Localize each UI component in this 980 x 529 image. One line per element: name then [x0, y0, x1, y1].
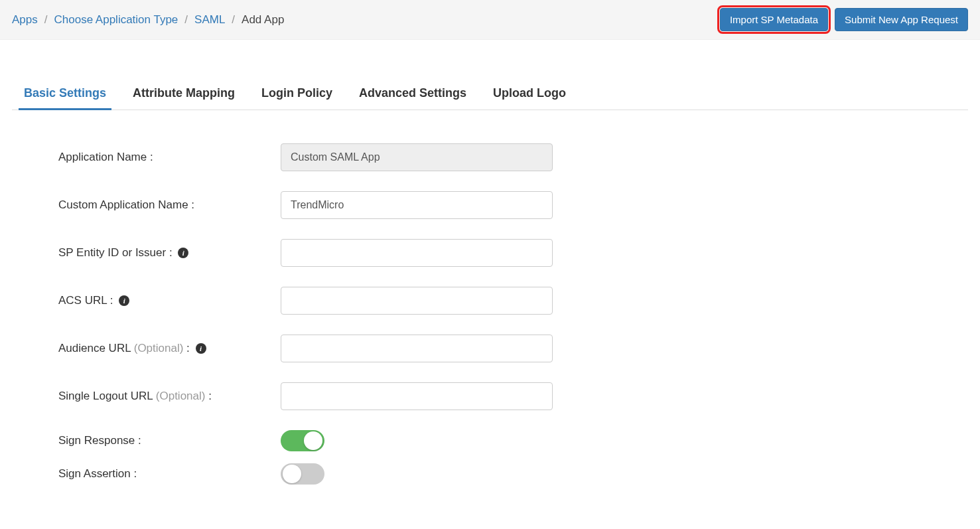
row-custom-app-name: Custom Application Name :: [58, 191, 662, 219]
row-sign-response: Sign Response :: [58, 430, 662, 451]
row-slo-url: Single Logout URL (Optional) :: [58, 382, 662, 410]
input-audience-url[interactable]: [281, 335, 553, 362]
input-application-name: [281, 143, 553, 171]
label-acs-url: ACS URL : i: [58, 294, 281, 307]
breadcrumb: Apps / Choose Application Type / SAML / …: [12, 13, 284, 27]
label-application-name: Application Name :: [58, 151, 281, 164]
label-sign-response: Sign Response :: [58, 434, 281, 447]
tab-basic-settings[interactable]: Basic Settings: [24, 80, 106, 110]
import-sp-metadata-button[interactable]: Import SP Metadata: [720, 8, 828, 31]
info-icon[interactable]: i: [178, 248, 188, 258]
row-sp-entity-id: SP Entity ID or Issuer : i: [58, 239, 662, 267]
toggle-sign-response[interactable]: [281, 430, 324, 451]
input-sp-entity-id[interactable]: [281, 239, 553, 267]
row-sign-assertion: Sign Assertion :: [58, 463, 662, 485]
toggle-sign-assertion[interactable]: [281, 463, 324, 485]
info-icon[interactable]: i: [119, 295, 129, 306]
breadcrumb-separator: /: [182, 13, 190, 27]
label-slo-url: Single Logout URL (Optional) :: [58, 390, 281, 403]
input-slo-url[interactable]: [281, 382, 553, 410]
toggle-knob: [304, 431, 322, 450]
topbar: Apps / Choose Application Type / SAML / …: [0, 0, 980, 40]
submit-new-app-request-button[interactable]: Submit New App Request: [835, 8, 968, 31]
tab-advanced-settings[interactable]: Advanced Settings: [359, 80, 466, 110]
toggle-knob: [283, 465, 301, 483]
label-sp-entity-id: SP Entity ID or Issuer : i: [58, 246, 281, 260]
breadcrumb-choose-app-type[interactable]: Choose Application Type: [54, 13, 178, 27]
row-audience-url: Audience URL (Optional) : i: [58, 335, 662, 362]
breadcrumb-separator: /: [42, 13, 50, 27]
top-actions: Import SP Metadata Submit New App Reques…: [720, 8, 968, 31]
label-audience-url: Audience URL (Optional) : i: [58, 342, 281, 355]
content: Basic Settings Attribute Mapping Login P…: [0, 40, 980, 529]
row-application-name: Application Name :: [58, 143, 662, 171]
breadcrumb-separator: /: [229, 13, 238, 27]
tabs: Basic Settings Attribute Mapping Login P…: [12, 80, 968, 110]
input-custom-app-name[interactable]: [281, 191, 553, 219]
info-icon[interactable]: i: [196, 343, 206, 354]
breadcrumb-current: Add App: [242, 13, 284, 27]
tab-attribute-mapping[interactable]: Attribute Mapping: [133, 80, 235, 110]
label-sign-assertion: Sign Assertion :: [58, 467, 281, 481]
breadcrumb-saml[interactable]: SAML: [194, 13, 225, 27]
tab-login-policy[interactable]: Login Policy: [261, 80, 332, 110]
breadcrumb-apps[interactable]: Apps: [12, 13, 38, 27]
tab-upload-logo[interactable]: Upload Logo: [493, 80, 566, 110]
label-custom-app-name: Custom Application Name :: [58, 198, 281, 212]
input-acs-url[interactable]: [281, 287, 553, 315]
row-acs-url: ACS URL : i: [58, 287, 662, 315]
form-area: Application Name : Custom Application Na…: [12, 110, 675, 510]
